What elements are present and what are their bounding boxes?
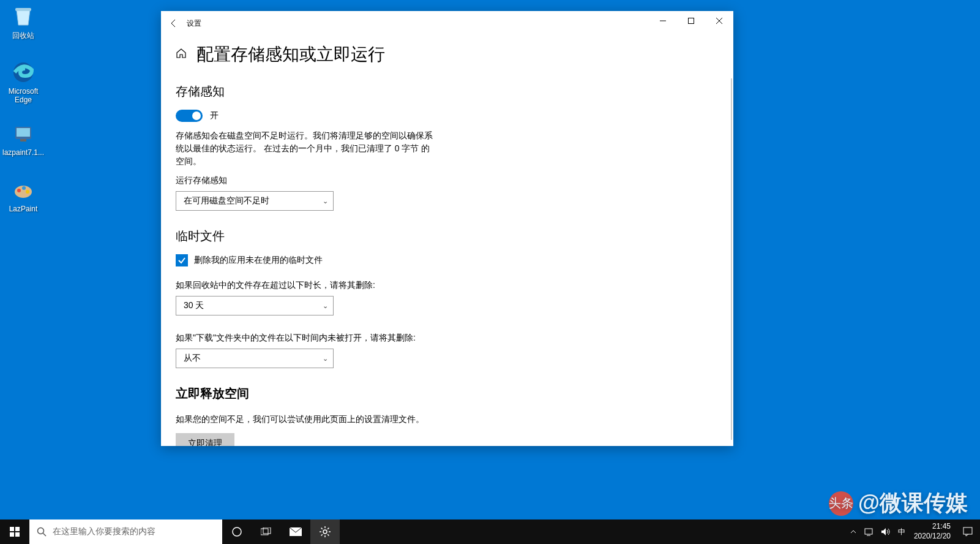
- delete-temp-checkbox[interactable]: [176, 254, 188, 266]
- svg-point-8: [26, 190, 29, 194]
- edge-icon: [11, 60, 36, 85]
- svg-rect-3: [17, 128, 30, 137]
- svg-point-23: [323, 530, 327, 534]
- storage-sense-toggle[interactable]: [176, 110, 203, 122]
- desktop-icon-label: lazpaint7.1...: [2, 148, 44, 157]
- section-free-space-title: 立即释放空间: [176, 385, 719, 402]
- select-value: 在可用磁盘空间不足时: [184, 195, 269, 206]
- recycle-bin-icon: [11, 4, 36, 28]
- maximize-button[interactable]: [677, 11, 705, 31]
- taskbar-search[interactable]: 在这里输入你要搜索的内容: [29, 519, 222, 544]
- home-icon[interactable]: [176, 48, 187, 61]
- svg-rect-4: [20, 139, 26, 142]
- task-view-button[interactable]: [252, 519, 281, 544]
- recycle-bin-label: 如果回收站中的文件存在超过以下时长，请将其删除:: [176, 280, 719, 291]
- taskbar-clock[interactable]: 21:45 2020/12/20: [909, 522, 956, 541]
- desktop-icon-lazpaint-installer[interactable]: lazpaint7.1...: [0, 121, 47, 157]
- watermark: 头条 @微课传媒: [829, 488, 968, 518]
- tray-network-icon[interactable]: [860, 519, 877, 544]
- svg-rect-24: [865, 529, 872, 534]
- taskbar-settings-icon[interactable]: [310, 519, 340, 544]
- window-title: 设置: [187, 18, 201, 29]
- toggle-state-label: 开: [210, 110, 219, 121]
- clock-date: 2020/12/20: [914, 532, 951, 542]
- start-button[interactable]: [0, 519, 29, 544]
- tray-overflow-icon[interactable]: [847, 519, 860, 544]
- svg-rect-15: [10, 532, 14, 537]
- settings-content: 配置存储感知或立即运行 存储感知 开 存储感知会在磁盘空间不足时运行。我们将清理…: [161, 36, 733, 446]
- search-placeholder: 在这里输入你要搜索的内容: [53, 526, 155, 537]
- page-title: 配置存储感知或立即运行: [196, 43, 385, 66]
- svg-rect-10: [689, 18, 694, 24]
- taskbar-mail-icon[interactable]: [281, 519, 310, 544]
- search-icon: [37, 527, 47, 537]
- desktop-icon-lazpaint[interactable]: LazPaint: [0, 178, 47, 213]
- chevron-down-icon: ⌄: [323, 302, 328, 310]
- system-tray: 中 21:45 2020/12/20: [847, 519, 980, 544]
- svg-point-7: [22, 186, 26, 190]
- svg-rect-13: [10, 527, 14, 531]
- scrollbar[interactable]: [731, 78, 732, 440]
- titlebar: 设置: [161, 11, 733, 36]
- desktop-icon-recycle-bin[interactable]: 回收站: [0, 4, 47, 41]
- cortana-button[interactable]: [222, 519, 252, 544]
- select-value: 从不: [184, 353, 201, 364]
- run-storage-sense-label: 运行存储感知: [176, 175, 719, 186]
- downloads-select[interactable]: 从不 ⌄: [176, 349, 334, 368]
- svg-rect-16: [15, 532, 20, 537]
- settings-window: 设置 配置存储感知或立即运行 存储感知 开 存储感知会在磁盘空间不足时运行。我们…: [161, 11, 733, 446]
- free-space-description: 如果您的空间不足，我们可以尝试使用此页面上的设置清理文件。: [176, 413, 433, 426]
- chevron-down-icon: ⌄: [323, 197, 328, 205]
- svg-rect-26: [963, 527, 972, 534]
- delete-temp-label: 删除我的应用未在使用的临时文件: [194, 255, 323, 266]
- svg-point-19: [233, 527, 241, 536]
- close-button[interactable]: [705, 11, 733, 31]
- back-button[interactable]: [161, 11, 187, 36]
- svg-point-6: [17, 189, 21, 192]
- watermark-text: @微课传媒: [858, 488, 968, 518]
- clean-now-button[interactable]: 立即清理: [176, 433, 234, 446]
- watermark-logo: 头条: [829, 491, 853, 516]
- svg-point-17: [38, 528, 44, 534]
- lazpaint-icon: [11, 178, 36, 202]
- svg-line-18: [43, 534, 47, 537]
- section-storage-sense-title: 存储感知: [176, 83, 719, 100]
- desktop-icon-label: LazPaint: [9, 205, 38, 213]
- tray-ime-indicator[interactable]: 中: [894, 519, 909, 544]
- taskbar: 在这里输入你要搜索的内容 中 21:45 2020/12/20: [0, 519, 980, 544]
- downloads-label: 如果"下载"文件夹中的文件在以下时间内未被打开，请将其删除:: [176, 333, 719, 344]
- tray-volume-icon[interactable]: [877, 519, 894, 544]
- desktop-icon-label: Microsoft Edge: [0, 87, 47, 104]
- minimize-button[interactable]: [649, 11, 677, 31]
- storage-sense-description: 存储感知会在磁盘空间不足时运行。我们将清理足够的空间以确保系统以最佳的状态运行。…: [176, 129, 433, 168]
- select-value: 30 天: [184, 300, 204, 311]
- recycle-bin-select[interactable]: 30 天 ⌄: [176, 296, 334, 315]
- svg-rect-14: [15, 527, 20, 531]
- desktop-icon-label: 回收站: [12, 31, 34, 41]
- svg-rect-0: [15, 8, 31, 11]
- installer-icon: [11, 121, 36, 146]
- desktop-icon-edge[interactable]: Microsoft Edge: [0, 60, 47, 104]
- run-storage-sense-select[interactable]: 在可用磁盘空间不足时 ⌄: [176, 191, 334, 211]
- section-temp-files-title: 临时文件: [176, 228, 719, 244]
- clock-time: 21:45: [932, 522, 951, 532]
- action-center-button[interactable]: [956, 519, 980, 544]
- chevron-down-icon: ⌄: [323, 355, 328, 363]
